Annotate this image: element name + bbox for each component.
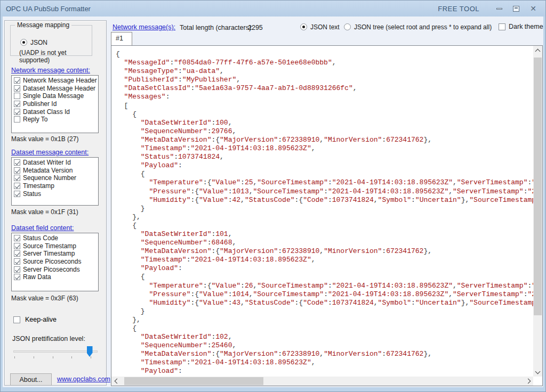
dark-theme-checkbox[interactable]: Dark theme [499, 23, 543, 30]
list-item-label: Sequence Number [23, 174, 76, 182]
scroll-down-button[interactable] [533, 368, 542, 377]
dataset-field-content-list[interactable]: Status Code Source Timestamp Server Time… [11, 233, 99, 291]
slider-tick [91, 356, 91, 358]
list-item-label: Source Timestamp [23, 242, 76, 250]
list-item-label: Network Message Header [23, 77, 97, 84]
checkbox-icon[interactable] [14, 250, 20, 257]
list-item[interactable]: Dataset Message Header [13, 85, 98, 93]
message-mapping-legend: Message mapping [15, 21, 71, 29]
vertical-scrollbar[interactable] [533, 46, 542, 377]
dataset-field-content-link[interactable]: Dataset field content: [11, 224, 74, 232]
checkbox-icon[interactable] [14, 243, 20, 249]
list-item[interactable]: Raw Data [13, 273, 98, 281]
list-item[interactable]: Source Timestamp [13, 242, 98, 250]
checkbox-icon[interactable] [14, 101, 20, 107]
list-item[interactable]: Single Data Message [13, 92, 98, 100]
window-title: OPC UA PubSub Formatter [6, 5, 91, 13]
checkbox-icon[interactable] [499, 23, 505, 30]
checkbox-icon[interactable] [13, 316, 20, 323]
checkbox-icon[interactable] [14, 159, 20, 166]
checkbox-icon[interactable] [14, 191, 20, 197]
radio-icon[interactable] [20, 39, 27, 46]
checkbox-icon[interactable] [14, 167, 20, 174]
list-item-label: Server Picoseconds [23, 266, 80, 273]
list-item-label: Status Code [23, 234, 58, 242]
dataset-field-mask-value: Mask value = 0x3F (63) [11, 295, 78, 302]
list-item-label: Publisher Id [23, 100, 57, 108]
tab-message-1[interactable]: #1 [111, 32, 132, 46]
slider-ticks [14, 356, 91, 358]
title-bar: OPC UA PubSub Formatter FREE TOOL ✕ [1, 1, 545, 17]
network-message-content-link[interactable]: Network message content: [11, 67, 90, 74]
close-button[interactable]: ✕ [526, 4, 540, 13]
checkbox-icon[interactable] [14, 235, 20, 241]
checkbox-icon[interactable] [14, 266, 20, 273]
about-button[interactable]: About... [10, 373, 52, 386]
scroll-left-button[interactable] [111, 377, 121, 386]
json-tree-radio[interactable]: JSON tree (select root and press * to ex… [344, 23, 492, 31]
dataset-message-content-link[interactable]: Dataset message content: [11, 149, 89, 156]
chevron-up-icon [535, 49, 541, 54]
list-item[interactable]: Sequence Number [13, 174, 98, 182]
list-item[interactable]: Server Timestamp [13, 250, 98, 258]
list-item-label: Dataset Writer Id [23, 159, 71, 166]
radio-icon[interactable] [344, 23, 351, 30]
total-length-label: Total length (characters): [180, 24, 253, 31]
prettification-label: JSON prettification level: [12, 335, 85, 342]
chevron-down-icon [535, 369, 541, 374]
list-item[interactable]: Status Code [13, 234, 98, 242]
radio-icon[interactable] [300, 23, 307, 30]
checkbox-icon[interactable] [14, 175, 20, 181]
minimize-button[interactable] [492, 4, 506, 13]
list-item[interactable]: Network Message Header [13, 77, 98, 85]
checkbox-icon[interactable] [14, 258, 20, 265]
prettification-slider-thumb[interactable] [87, 346, 93, 357]
dataset-message-content-list[interactable]: Dataset Writer Id Metadata Version Seque… [11, 157, 99, 206]
app-window: OPC UA PubSub Formatter FREE TOOL ✕ Mess… [0, 0, 546, 392]
chevron-left-icon [114, 379, 119, 384]
list-item[interactable]: Server Picoseconds [13, 265, 98, 273]
list-item[interactable]: Dataset Writer Id [13, 159, 98, 167]
list-item-label: Timestamp [23, 182, 54, 190]
scroll-right-button[interactable] [524, 377, 533, 386]
list-item[interactable]: Metadata Version [13, 167, 98, 175]
list-item[interactable]: Reply To [13, 116, 98, 124]
list-item[interactable]: Source Picoseconds [13, 258, 98, 266]
list-item[interactable]: Status [13, 190, 98, 198]
maximize-icon [513, 6, 519, 12]
maximize-button[interactable] [509, 4, 523, 13]
client-area: Message mapping JSON (UADP is not yet su… [3, 17, 543, 387]
json-mapping-radio-label: JSON [30, 39, 47, 46]
json-text[interactable]: { "MessageId":"f0854da0-77ff-47f6-a57e-5… [111, 46, 533, 377]
slider-track[interactable] [13, 350, 98, 353]
list-item-label: Source Picoseconds [23, 258, 81, 265]
scroll-up-button[interactable] [533, 46, 542, 55]
checkbox-icon[interactable] [14, 116, 20, 123]
horizontal-scrollbar-thumb[interactable] [124, 377, 263, 385]
list-item[interactable]: Timestamp [13, 182, 98, 190]
checkbox-icon[interactable] [14, 93, 20, 99]
vertical-scrollbar-thumb[interactable] [534, 58, 542, 315]
list-item[interactable]: Dataset Class Id [13, 108, 98, 116]
checkbox-icon[interactable] [14, 183, 20, 189]
keep-alive-checkbox[interactable]: Keep-alive [12, 316, 57, 323]
list-item[interactable]: Publisher Id [13, 100, 98, 108]
opclabs-website-link[interactable]: www.opclabs.com [57, 375, 110, 383]
checkbox-icon[interactable] [14, 109, 20, 115]
horizontal-scrollbar[interactable] [111, 377, 533, 386]
sidebar: Message mapping JSON (UADP is not yet su… [4, 20, 107, 386]
checkbox-icon[interactable] [14, 274, 20, 280]
json-text-radio[interactable]: JSON text [300, 23, 340, 31]
json-mapping-radio[interactable]: JSON [20, 37, 47, 47]
checkbox-icon[interactable] [14, 77, 20, 84]
message-mapping-groupbox: Message mapping JSON (UADP is not yet su… [10, 25, 92, 56]
keep-alive-label: Keep-alive [25, 316, 57, 323]
network-message-content-list[interactable]: Network Message Header Dataset Message H… [11, 75, 99, 133]
list-item-label: Server Timestamp [23, 250, 75, 257]
network-messages-link[interactable]: Network message(s): [113, 23, 175, 31]
list-item-label: Dataset Message Header [23, 85, 95, 92]
prettification-slider[interactable] [13, 346, 99, 362]
slider-tick [34, 356, 34, 358]
checkbox-icon[interactable] [14, 85, 20, 92]
json-text-radio-label: JSON text [310, 23, 340, 31]
